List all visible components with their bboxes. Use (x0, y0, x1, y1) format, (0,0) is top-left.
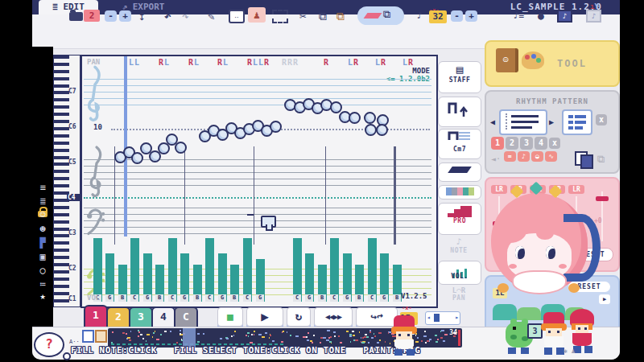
note-entry-button[interactable] (438, 97, 481, 127)
copy-icon[interactable]: ⧉ (319, 8, 327, 24)
rhythm-channel-button[interactable]: 2 (506, 137, 518, 150)
count-minus-button[interactable]: - (105, 10, 117, 22)
rhythm-channel-button[interactable]: x (549, 138, 560, 149)
volume-bar[interactable] (205, 238, 214, 302)
note[interactable] (364, 112, 376, 124)
pattern-next-arrow[interactable]: ▶ (549, 117, 554, 126)
rhythm-tool-pill[interactable]: ∿ (545, 151, 557, 162)
rhythm-tool-pill[interactable]: ◒ (531, 151, 543, 162)
printer-icon[interactable]: ▣ (32, 251, 53, 262)
pan-token[interactable]: RL (159, 58, 170, 67)
import-icon[interactable]: ↧ (138, 8, 145, 24)
volume-bar[interactable] (168, 238, 177, 302)
piano-keys[interactable] (54, 56, 69, 305)
piano-keyboard[interactable]: C7C6C5C4C3C2C1 (53, 55, 80, 307)
manual-book-icon[interactable]: ☺ (496, 48, 518, 72)
pattern-prev-arrow[interactable]: ◀ (490, 117, 495, 126)
mini-paste-icon[interactable] (95, 330, 107, 343)
pan-token[interactable]: RRR (282, 58, 299, 67)
folder-note-icon[interactable]: ♪ (586, 10, 601, 23)
mini-copy-icon[interactable] (82, 330, 94, 343)
volume-bar[interactable] (243, 238, 252, 302)
channel-tab[interactable]: 1 (84, 305, 108, 327)
volume-bar[interactable] (130, 238, 139, 302)
palette-icon[interactable] (522, 51, 544, 69)
pan-token[interactable]: RL (217, 58, 229, 67)
rhythm-tool-pill[interactable]: ≡ (504, 151, 516, 162)
truck-icon[interactable]: ▛ (32, 237, 53, 249)
pan-token[interactable]: R (324, 58, 329, 67)
speaker-muted-icon[interactable]: ◄· (491, 154, 501, 163)
channel-tab[interactable]: C (174, 306, 198, 327)
pattern-clear-button[interactable]: x (596, 114, 607, 125)
pattern-display[interactable] (499, 109, 547, 135)
redo-icon[interactable]: ↷ (182, 8, 188, 24)
count-plus-button[interactable]: + (119, 10, 131, 22)
pan-token[interactable]: LR (375, 58, 386, 67)
pan-token[interactable]: LR (402, 58, 414, 67)
scissors-icon[interactable]: ✂ (299, 8, 306, 24)
pan-token[interactable]: RL (188, 58, 200, 67)
color-palette-button[interactable] (438, 185, 481, 200)
playlist-icon[interactable]: ≔ (32, 278, 53, 290)
pan-token[interactable]: LL (129, 58, 140, 67)
scroll-left-arrow[interactable]: ◂ (427, 314, 431, 321)
bomb-icon[interactable]: ● (538, 8, 544, 24)
note[interactable] (376, 124, 388, 136)
marquee-select-icon[interactable] (272, 10, 288, 23)
rhythm-channel-button[interactable]: 4 (535, 137, 547, 150)
volume-bar[interactable] (293, 238, 302, 302)
note-list-icon[interactable]: ♪≡ (514, 8, 524, 24)
volume-bar[interactable] (330, 238, 339, 302)
h-scrollbar[interactable]: ◂ ▸ (425, 311, 460, 325)
pencil-icon[interactable]: ✎ (208, 8, 214, 24)
seek-buttons[interactable]: ◀◀▶▶ (314, 307, 353, 327)
paste-icon[interactable]: ⧉ (336, 8, 345, 24)
loop-button[interactable]: ↻ (287, 307, 311, 327)
pan-token[interactable]: LR (348, 58, 359, 67)
pan-tab-button[interactable]: L◠R PAN (438, 286, 480, 306)
staff-flag-icon[interactable]: ≣ (32, 195, 53, 207)
pan-token[interactable]: RLLR (247, 58, 270, 67)
volume-bar[interactable] (93, 238, 102, 302)
pattern-list-button[interactable] (562, 109, 592, 135)
rhythm-tool-pill[interactable]: ♪ (518, 151, 530, 162)
active-tool-pill[interactable]: ⧉ (357, 6, 404, 25)
tie-tool-button[interactable] (438, 162, 481, 182)
scroll-thumb[interactable] (434, 314, 440, 322)
help-bubble[interactable]: ? (34, 332, 64, 357)
stop-button[interactable]: ■ (217, 307, 243, 327)
channel-tab[interactable]: 3 (129, 306, 153, 327)
staff-view-button[interactable]: ▤ STAFF (438, 61, 481, 93)
window-note-icon[interactable]: ♪ (557, 10, 572, 23)
volume-bar[interactable] (368, 238, 377, 302)
grid-minus-button[interactable]: - (451, 10, 463, 22)
smiley-blink-icon[interactable]: ☻ (32, 224, 53, 235)
undo-icon[interactable]: ↶ (164, 8, 171, 24)
circle-icon[interactable]: ○ (32, 265, 53, 276)
scroll-right-arrow[interactable]: ▸ (455, 314, 459, 321)
vol-tab-button[interactable]: VOL. (438, 261, 481, 285)
smiley-icon[interactable]: ☺ (32, 209, 53, 220)
play-button[interactable]: ▶ (246, 307, 283, 327)
pattern-paste-icon[interactable]: ⧉ (597, 153, 605, 166)
staff-panel[interactable]: PAN LLRLRLRLRLLRRRRRLRLRLR MODE <= 1.2.0… (80, 55, 438, 308)
note-tab-button[interactable]: ♪ NOTE (438, 237, 480, 257)
channel-tab[interactable]: 4 (151, 306, 175, 327)
pro-mode-button[interactable]: PRO (438, 203, 481, 235)
note[interactable] (270, 121, 282, 133)
note[interactable] (365, 124, 377, 136)
note[interactable] (131, 152, 143, 164)
rhythm-channel-button[interactable]: 1 (491, 137, 504, 150)
stamp-tool-icon[interactable]: ♟ (248, 7, 266, 23)
note-select-icon[interactable]: ‥ (229, 10, 245, 23)
chord-mode-button[interactable]: Cm7 (438, 129, 481, 159)
folder-icon[interactable] (69, 12, 83, 21)
star-list-icon[interactable]: ★ (32, 290, 53, 302)
note[interactable] (175, 142, 187, 154)
mixer-lines-icon[interactable]: ≡ (32, 182, 53, 193)
channel-tab[interactable]: 2 (106, 306, 130, 327)
rhythm-channel-button[interactable]: 3 (520, 137, 533, 150)
grid-plus-button[interactable]: + (465, 10, 477, 22)
note[interactable] (349, 112, 361, 124)
